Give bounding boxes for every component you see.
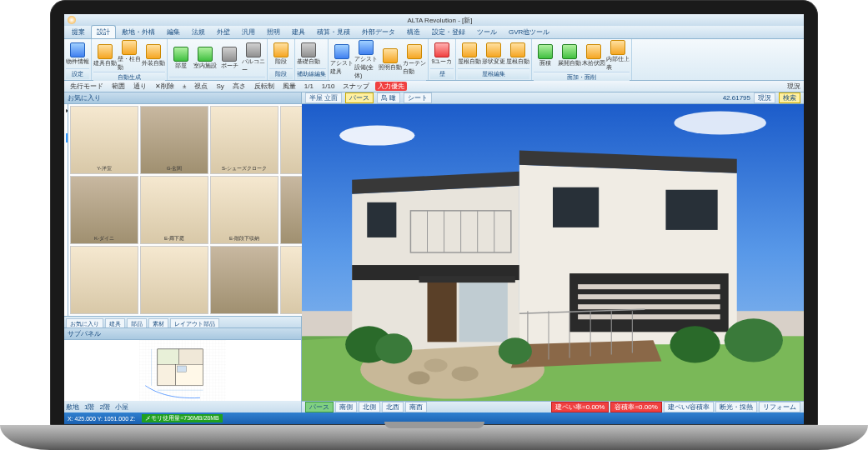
svg-rect-38	[578, 294, 720, 299]
floor-tab-2[interactable]: 2階	[99, 402, 109, 412]
ribbon-btn-label: 展開自動	[558, 59, 581, 68]
ribbon-btn-ポーチ[interactable]: ポーチ	[218, 40, 241, 77]
thumbnail-2[interactable]: S-シューズクローク	[210, 106, 278, 174]
ribbon-btn-label: 壁・柱自動	[118, 55, 141, 72]
view-bottom-tab-1[interactable]: 南側	[335, 402, 357, 412]
ribbon-btn-屋根自動[interactable]: 屋根自動	[506, 40, 529, 68]
view-bottom-status-2[interactable]: 建ペい/容積率	[664, 402, 714, 412]
menu-tab-5[interactable]: 外壁	[211, 25, 236, 38]
menu-tab-4[interactable]: 法規	[186, 25, 211, 38]
ribbon-btn-建具自動[interactable]: 建具自動	[93, 40, 117, 72]
menu-tab-1[interactable]: 設計	[91, 25, 116, 38]
ribbon-icon	[146, 44, 161, 59]
floor-tab-3[interactable]: 小屋	[115, 402, 128, 412]
thumbnail-1[interactable]: G-玄関	[140, 106, 208, 174]
ribbon-btn-室内施設[interactable]: 室内施設	[193, 40, 217, 77]
menu-tab-8[interactable]: 建具	[286, 25, 311, 38]
view-tab-3[interactable]: シート	[404, 92, 432, 103]
ribbon-btn-アシスト建具[interactable]: アシスト建具	[330, 40, 354, 80]
optbar-item-3[interactable]: ✕削除	[153, 82, 177, 91]
ribbon-btn-屋根自動[interactable]: 屋根自動	[458, 40, 481, 68]
optbar-item-8[interactable]: 反転制	[252, 82, 277, 91]
ribbon-btn-バルコニー[interactable]: バルコニー	[242, 40, 265, 77]
view-bottom-status-3[interactable]: 断光・採熱	[715, 402, 757, 412]
optbar-right[interactable]: 現況	[787, 82, 800, 91]
ribbon-btn-内部仕上表[interactable]: 内部仕上表	[606, 40, 630, 72]
view-mode-btn[interactable]: 現況	[754, 92, 775, 103]
view-bottom-tab-0[interactable]: パース	[305, 402, 334, 412]
optbar-item-10[interactable]: 1/1	[302, 82, 316, 90]
ribbon-btn-壁・柱自動[interactable]: 壁・柱自動	[118, 40, 141, 72]
menu-tab-9[interactable]: 積算・見積	[311, 25, 356, 38]
ribbon-btn-部屋[interactable]: 部屋	[169, 40, 193, 77]
thumbnail-4[interactable]: K-ダイニ	[70, 176, 138, 244]
svg-rect-28	[367, 202, 396, 238]
optbar-item-1[interactable]: 範囲	[109, 82, 128, 91]
titlebar: ALTA Revolution - [新]	[64, 14, 804, 26]
ribbon-btn-展開自動[interactable]: 展開自動	[558, 40, 581, 72]
ribbon-btn-階段[interactable]: 階段	[269, 40, 293, 68]
thumbnail-8[interactable]	[70, 246, 138, 314]
catalog-tab-0[interactable]: お気に入り	[66, 318, 103, 328]
ribbon-group-0: 物件情報設定	[64, 39, 92, 80]
3d-render-viewport[interactable]	[302, 104, 804, 401]
menu-tab-7[interactable]: 照明	[261, 25, 286, 38]
view-bottom-tab-3[interactable]: 北西	[382, 402, 404, 412]
floor-tab-1[interactable]: 1階	[84, 402, 94, 412]
menu-tab-3[interactable]: 編集	[161, 25, 186, 38]
floor-tab-0[interactable]: 敷地	[66, 402, 79, 412]
optbar-item-0[interactable]: 先行モード	[68, 82, 106, 91]
optbar-item-2[interactable]: 通り	[131, 82, 149, 91]
ribbon-btn-形状変更[interactable]: 形状変更	[482, 40, 505, 68]
menu-tab-11[interactable]: 構造	[401, 25, 426, 38]
optbar-item-11[interactable]: 1/10	[319, 82, 338, 90]
optbar-item-12[interactable]: スナップ	[340, 82, 372, 91]
menu-tab-0[interactable]: 提案	[66, 25, 91, 38]
menu-tab-13[interactable]: ツール	[471, 25, 503, 38]
optbar-item-7[interactable]: 高さ	[230, 82, 248, 91]
view-bottom-status-1[interactable]: 容積率=0.00%	[610, 402, 661, 412]
ribbon-btn-照明自動[interactable]: 照明自動	[379, 40, 402, 80]
view-bottom-status-4[interactable]: リフォーム	[759, 402, 800, 412]
thumbnail-10[interactable]	[210, 246, 278, 314]
ribbon-btn-物件情報[interactable]: 物件情報	[66, 40, 89, 68]
thumbnail-5[interactable]: E-廊下庭	[140, 176, 208, 244]
catalog-tab-1[interactable]: 建具	[105, 318, 125, 328]
menu-tab-6[interactable]: 汎用	[236, 25, 261, 38]
view-bottom-tab-2[interactable]: 北側	[359, 402, 380, 412]
optbar-item-5[interactable]: 視点	[192, 82, 210, 91]
ribbon-btn-アシスト設備(全体)[interactable]: アシスト設備(全体)	[354, 40, 378, 80]
ribbon-btn-9ユーカ[interactable]: 9ユーカ	[430, 40, 454, 68]
svg-point-53	[725, 318, 783, 362]
ribbon-btn-カーテン自動[interactable]: カーテン自動	[403, 40, 426, 80]
optbar-item-4[interactable]: ±	[180, 82, 188, 90]
optbar-item-13[interactable]: 入力優先	[375, 82, 407, 91]
menu-tab-2[interactable]: 敷地・外構	[116, 25, 161, 38]
optbar-item-6[interactable]: Sy	[213, 82, 226, 90]
catalog-area: ▸ Revo-master▸ 00敷地▾ 01間取り部屋ドアドミニー壁吹り抜集▸…	[64, 104, 301, 317]
view-tab-0[interactable]: 半屋 立面	[305, 92, 342, 103]
thumbnail-9[interactable]	[140, 246, 208, 314]
ribbon-btn-面積[interactable]: 面積	[534, 40, 557, 72]
catalog-tab-2[interactable]: 部品	[127, 318, 147, 328]
svg-point-52	[670, 326, 720, 362]
ribbon-btn-木拾伏図[interactable]: 木拾伏図	[582, 40, 605, 72]
catalog-tab-4[interactable]: レイアウト部品	[170, 318, 219, 328]
menu-tab-10[interactable]: 外部データ	[356, 25, 401, 38]
thumbnail-6[interactable]: E-階段下収納	[210, 176, 278, 244]
menu-tab-12[interactable]: 設定・登録	[426, 25, 471, 38]
menu-tab-14[interactable]: GVR他ツール	[503, 25, 555, 38]
ribbon-btn-基礎自動[interactable]: 基礎自動	[297, 40, 320, 68]
view-bottom-tab-4[interactable]: 南西	[405, 402, 427, 412]
thumbnail-0[interactable]: Y-洋室	[70, 106, 138, 174]
catalog-tab-3[interactable]: 素材	[148, 318, 168, 328]
view-search-btn[interactable]: 検索	[779, 92, 800, 103]
view-tab-2[interactable]: 鳥 瞰	[377, 92, 400, 103]
view-tab-1[interactable]: パース	[345, 92, 374, 103]
optbar-item-9[interactable]: 風量	[280, 82, 299, 91]
floorplan-view[interactable]	[64, 340, 301, 401]
ribbon-btn-外装自動[interactable]: 外装自動	[142, 40, 165, 72]
view-bottom-status-0[interactable]: 建ペい率=0.00%	[551, 402, 609, 412]
ribbon-icon	[538, 44, 553, 59]
ribbon-icon	[122, 40, 137, 55]
